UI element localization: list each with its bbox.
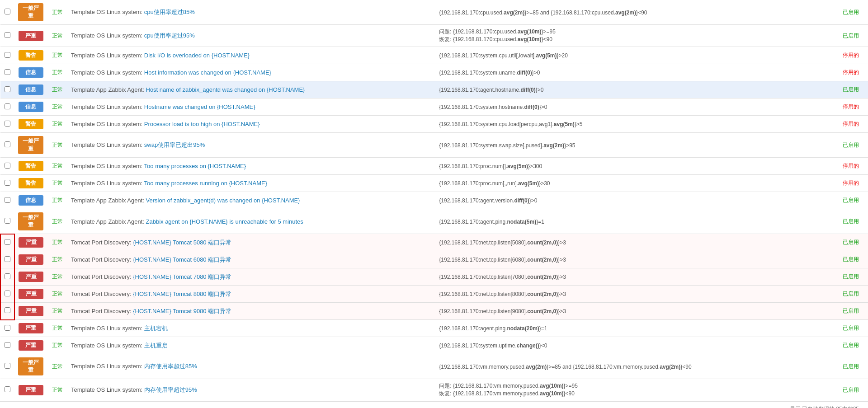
row-checkbox[interactable] xyxy=(5,325,10,331)
name-link[interactable]: {HOST.NAME} Tomcat 9080 端口异常 xyxy=(133,308,231,314)
status-text: 正常 xyxy=(52,256,63,263)
row-checkbox[interactable] xyxy=(5,69,10,75)
row-checkbox[interactable] xyxy=(5,9,10,14)
expression-cell: {192.168.81.170:agent.version.diff(0)}>0 xyxy=(435,192,832,209)
name-link[interactable]: {HOST.NAME} Tomcat 8080 端口异常 xyxy=(133,291,231,297)
enabled-status[interactable]: 停用的 xyxy=(843,69,859,75)
name-link[interactable]: Disk I/O is overloaded on {HOST.NAME} xyxy=(144,52,250,59)
enabled-status[interactable]: 停用的 xyxy=(843,180,859,186)
name-link[interactable]: Host name of zabbix_agentd was changed o… xyxy=(146,86,305,93)
severity-cell: 严重 xyxy=(14,286,47,303)
enabled-status[interactable]: 已启用 xyxy=(843,325,859,331)
name-link[interactable]: 主机宕机 xyxy=(144,325,168,332)
name-link[interactable]: Host information was changed on {HOST.NA… xyxy=(144,69,271,76)
status-cell: 正常 xyxy=(47,354,67,379)
enabled-status[interactable]: 停用的 xyxy=(843,121,859,127)
enabled-status[interactable]: 已启用 xyxy=(843,218,859,225)
name-prefix: Template OS Linux system: xyxy=(71,52,144,59)
expression-cell: {192.168.81.170:agent.ping.nodata(5m)}=1 xyxy=(435,209,832,234)
row-checkbox[interactable] xyxy=(5,342,10,348)
severity-cell: 一般严重 xyxy=(14,0,47,25)
name-cell: Template OS Linux system: 内存使用率超过95% xyxy=(67,379,435,401)
enabled-status[interactable]: 已启用 xyxy=(843,86,859,93)
name-link[interactable]: cpu使用率超过95% xyxy=(144,32,195,39)
enabled-cell: 已启用 xyxy=(832,81,868,98)
row-checkbox[interactable] xyxy=(5,180,10,186)
enabled-status[interactable]: 已启用 xyxy=(843,342,859,348)
name-link[interactable]: Hostname was changed on {HOST.NAME} xyxy=(144,103,255,110)
enabled-cell: 已启用 xyxy=(832,379,868,401)
enabled-status[interactable]: 已启用 xyxy=(843,142,859,148)
status-text: 正常 xyxy=(52,291,63,297)
row-checkbox[interactable] xyxy=(5,273,10,279)
enabled-cell: 已启用 xyxy=(832,337,868,354)
enabled-status[interactable]: 已启用 xyxy=(843,308,859,314)
name-link[interactable]: {HOST.NAME} Tomcat 6080 端口异常 xyxy=(133,256,231,263)
row-checkbox[interactable] xyxy=(5,141,10,147)
status-text: 正常 xyxy=(52,273,63,280)
table-row: 严重正常Tomcat Port Discovery: {HOST.NAME} T… xyxy=(0,286,868,303)
expression-cell: {192.168.81.170:system.cpu.util[,iowait]… xyxy=(435,47,832,64)
status-cell: 正常 xyxy=(47,320,67,337)
enabled-status[interactable]: 已启用 xyxy=(843,273,859,280)
name-cell: Template OS Linux system: 内存使用率超过85% xyxy=(67,354,435,379)
name-link[interactable]: Version of zabbix_agent(d) was changed o… xyxy=(146,197,300,204)
table-row: 信息正常Template App Zabbix Agent: Version o… xyxy=(0,192,868,209)
name-link[interactable]: swap使用率已超出95% xyxy=(144,141,205,148)
row-checkbox-cell xyxy=(0,175,14,192)
row-checkbox-cell xyxy=(0,354,14,379)
expression-text: {192.168.81.170:net.tcp.listen[5080].cou… xyxy=(439,239,566,246)
name-link[interactable]: 内存使用率超过85% xyxy=(144,363,197,370)
row-checkbox[interactable] xyxy=(5,86,10,92)
expression-cell: 问题: {192.168.81.170:vm.memory.pused.avg(… xyxy=(435,379,832,401)
status-cell: 正常 xyxy=(47,175,67,192)
enabled-status[interactable]: 已启用 xyxy=(843,197,859,203)
table-row: 信息正常Template App Zabbix Agent: Host name… xyxy=(0,81,868,98)
row-checkbox[interactable] xyxy=(5,163,10,169)
status-text: 正常 xyxy=(52,180,63,186)
name-link[interactable]: Too many processes running on {HOST.NAME… xyxy=(144,180,267,187)
row-checkbox[interactable] xyxy=(5,239,10,245)
name-link[interactable]: cpu使用率超过85% xyxy=(144,9,195,15)
severity-cell: 严重 xyxy=(14,25,47,47)
name-link[interactable]: 主机重启 xyxy=(144,342,168,349)
row-checkbox[interactable] xyxy=(5,121,10,127)
name-link[interactable]: Zabbix agent on {HOST.NAME} is unreachab… xyxy=(146,218,303,225)
name-link[interactable]: Processor load is too high on {HOST.NAME… xyxy=(144,121,260,127)
row-checkbox[interactable] xyxy=(5,386,10,392)
expression-text: {192.168.81.170:cpu.used.avg(2m)}>=85 an… xyxy=(439,9,647,16)
enabled-status[interactable]: 停用的 xyxy=(843,52,859,58)
row-checkbox-cell xyxy=(0,251,14,268)
name-link[interactable]: {HOST.NAME} Tomcat 5080 端口异常 xyxy=(133,239,231,246)
row-checkbox[interactable] xyxy=(5,52,10,58)
row-checkbox[interactable] xyxy=(5,197,10,203)
enabled-status[interactable]: 已启用 xyxy=(843,9,859,15)
row-checkbox[interactable] xyxy=(5,307,10,313)
enabled-status[interactable]: 停用的 xyxy=(843,163,859,169)
row-checkbox[interactable] xyxy=(5,363,10,369)
enabled-status[interactable]: 已启用 xyxy=(843,256,859,263)
enabled-cell: 停用的 xyxy=(832,158,868,175)
name-link[interactable]: 内存使用率超过95% xyxy=(144,386,197,393)
status-text: 正常 xyxy=(52,69,63,75)
row-checkbox[interactable] xyxy=(5,32,10,38)
severity-cell: 警告 xyxy=(14,116,47,133)
row-checkbox[interactable] xyxy=(5,218,10,224)
name-cell: Template OS Linux system: cpu使用率超过85% xyxy=(67,0,435,25)
name-prefix: Tomcat Port Discovery: xyxy=(71,273,133,280)
enabled-status[interactable]: 已启用 xyxy=(843,239,859,245)
row-checkbox-cell xyxy=(0,81,14,98)
row-checkbox[interactable] xyxy=(5,291,10,296)
enabled-status[interactable]: 停用的 xyxy=(843,103,859,110)
name-cell: Tomcat Port Discovery: {HOST.NAME} Tomca… xyxy=(67,268,435,286)
enabled-status[interactable]: 已启用 xyxy=(843,33,859,39)
enabled-status[interactable]: 已启用 xyxy=(843,363,859,370)
row-checkbox[interactable] xyxy=(5,103,10,109)
name-link[interactable]: Too many processes on {HOST.NAME} xyxy=(144,163,246,169)
enabled-status[interactable]: 已启用 xyxy=(843,387,859,393)
severity-cell: 一般严重 xyxy=(14,354,47,379)
enabled-cell: 停用的 xyxy=(832,98,868,116)
row-checkbox[interactable] xyxy=(5,256,10,262)
enabled-status[interactable]: 已启用 xyxy=(843,291,859,297)
name-link[interactable]: {HOST.NAME} Tomcat 7080 端口异常 xyxy=(133,273,231,280)
